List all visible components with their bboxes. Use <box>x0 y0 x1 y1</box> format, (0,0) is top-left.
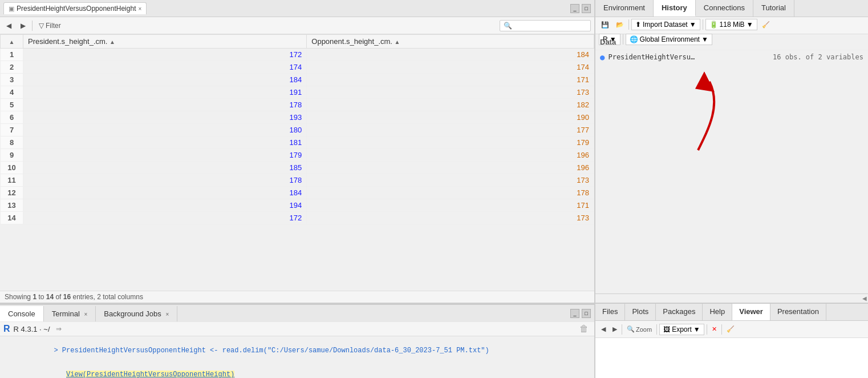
cell-opponent: 177 <box>307 124 594 136</box>
bottom-win-controls: _ □ <box>570 309 594 318</box>
tab-files[interactable]: Files <box>595 304 625 320</box>
console-minimize-btn[interactable]: _ <box>570 309 579 318</box>
tab-connections[interactable]: Connections <box>696 0 753 17</box>
cell-president: 193 <box>23 111 307 124</box>
tab-environment[interactable]: Environment <box>595 0 654 17</box>
tab-console[interactable]: Console <box>0 306 44 321</box>
viewer-sep-1 <box>622 324 622 335</box>
cell-president: 178 <box>23 174 307 187</box>
tab-terminal[interactable]: Terminal × <box>44 306 96 321</box>
table-row: 7 180 177 <box>1 124 594 136</box>
viewer-zoom-btn[interactable]: 🔍 Zoom <box>624 325 654 333</box>
cell-index: 6 <box>1 111 23 124</box>
nav-forward-btn[interactable]: ▶ <box>18 21 29 31</box>
data-viewer-tab[interactable]: ▣ PresidentHeightVersusOpponentHeight × <box>3 2 147 14</box>
tab-presentation[interactable]: Presentation <box>770 304 826 320</box>
env-entry-desc: 16 obs. of 2 variables <box>773 53 863 61</box>
cell-index: 12 <box>1 187 23 199</box>
col-header-index[interactable]: ▲ <box>1 35 23 49</box>
cell-opponent: 196 <box>307 149 594 162</box>
window-controls: _ □ <box>570 4 591 13</box>
cell-president: 172 <box>23 212 307 224</box>
env-data-row[interactable]: ● PresidentHeightVersu… 16 obs. of 2 var… <box>595 50 868 65</box>
memory-chevron: ▼ <box>747 21 753 29</box>
cell-index: 9 <box>1 149 23 162</box>
cell-index: 3 <box>1 74 23 86</box>
broom-btn[interactable]: 🧹 <box>760 21 772 29</box>
memory-icon: 🔋 <box>709 21 718 29</box>
scroll-left-btn[interactable]: ◀ <box>862 295 867 301</box>
viewer-export-btn[interactable]: 🖼 Export ▼ <box>659 324 704 335</box>
background-jobs-close[interactable]: × <box>165 311 169 317</box>
background-jobs-label: Background Jobs <box>104 309 161 318</box>
cell-president: 184 <box>23 187 307 199</box>
data-toolbar: ◀ ▶ ▽ Filter <box>0 17 594 34</box>
console-content[interactable]: > PresidentHeightVersusOpponentHeight <-… <box>0 336 594 378</box>
cell-president: 180 <box>23 124 307 136</box>
console-version: R 4.3.1 · ~/ <box>14 325 50 333</box>
cell-president: 178 <box>23 99 307 111</box>
tab-close-btn[interactable]: × <box>138 6 141 12</box>
nav-back-btn[interactable]: ◀ <box>3 21 14 31</box>
import-chevron: ▼ <box>689 21 696 29</box>
cell-index: 14 <box>1 212 23 224</box>
cell-index: 8 <box>1 136 23 149</box>
terminal-close[interactable]: × <box>84 311 87 317</box>
tab-packages[interactable]: Packages <box>656 304 703 320</box>
cell-president: 184 <box>23 74 307 86</box>
data-table-container: ▲ President.s_height_.cm. ▲ Opponent.s_h… <box>0 34 594 291</box>
filter-icon: ▽ <box>39 22 44 30</box>
tab-history[interactable]: History <box>654 0 696 17</box>
viewer-back-btn[interactable]: ◀ <box>599 325 608 333</box>
memory-btn[interactable]: 🔋 118 MiB ▼ <box>705 19 757 30</box>
red-arrow-svg <box>664 70 778 162</box>
table-row: 10 185 196 <box>1 162 594 174</box>
cell-president: 194 <box>23 199 307 212</box>
toolbar-sep-1 <box>628 19 629 30</box>
env-save-btn[interactable]: 💾 <box>599 21 611 29</box>
viewer-broom-btn[interactable]: 🧹 <box>724 325 737 333</box>
cell-index: 4 <box>1 86 23 99</box>
cell-index: 5 <box>1 99 23 111</box>
viewer-forward-btn[interactable]: ▶ <box>610 325 619 333</box>
maximize-btn[interactable]: □ <box>582 4 591 13</box>
cell-index: 11 <box>1 174 23 187</box>
horizontal-scrollbar[interactable]: ◀ <box>595 293 868 303</box>
table-row: 12 184 178 <box>1 187 594 199</box>
cell-index: 10 <box>1 162 23 174</box>
tab-help[interactable]: Help <box>703 304 732 320</box>
import-dataset-btn[interactable]: ⬆ Import Dataset ▼ <box>631 19 700 30</box>
export-chevron: ▼ <box>693 325 700 333</box>
annotation-area <box>595 65 868 293</box>
console-maximize-btn[interactable]: □ <box>582 309 591 318</box>
tab-background-jobs[interactable]: Background Jobs × <box>96 306 177 321</box>
col-header-president[interactable]: President.s_height_.cm. ▲ <box>23 35 307 49</box>
tab-title-label: PresidentHeightVersusOpponentHeight <box>17 5 136 13</box>
cell-opponent: 174 <box>307 61 594 74</box>
console-clear-btn[interactable]: 🗑 <box>577 323 591 335</box>
tab-plots[interactable]: Plots <box>625 304 656 320</box>
data-viewer-header: ▣ PresidentHeightVersusOpponentHeight × … <box>0 0 594 17</box>
table-row: 6 193 190 <box>1 111 594 124</box>
viewer-toolbar: ◀ ▶ 🔍 Zoom 🖼 Export ▼ ✕ <box>595 321 868 338</box>
viewer-content <box>595 338 868 378</box>
viewer-delete-btn[interactable]: ✕ <box>709 325 719 333</box>
toolbar-sep <box>32 21 33 31</box>
cell-index: 2 <box>1 61 23 74</box>
env-load-btn[interactable]: 📂 <box>614 21 626 29</box>
tab-tutorial[interactable]: Tutorial <box>753 0 794 17</box>
tab-viewer[interactable]: Viewer <box>732 304 770 320</box>
table-row: 3 184 171 <box>1 74 594 86</box>
table-row: 13 194 171 <box>1 199 594 212</box>
search-input[interactable] <box>500 20 591 31</box>
filter-btn[interactable]: ▽ Filter <box>36 21 64 31</box>
zoom-icon: 🔍 <box>627 325 635 333</box>
lower-panel-tabs: Files Plots Packages Help Viewer Present… <box>595 304 868 321</box>
filter-label: Filter <box>46 22 61 30</box>
minimize-btn[interactable]: _ <box>570 4 579 13</box>
memory-label: 118 MiB <box>720 21 745 29</box>
col-header-opponent[interactable]: Opponent.s_height_.cm. ▲ <box>307 35 594 49</box>
cell-index: 13 <box>1 199 23 212</box>
status-bar: Showing 1 to 14 of 16 entries, 2 total c… <box>0 291 594 303</box>
table-row: 14 172 173 <box>1 212 594 224</box>
